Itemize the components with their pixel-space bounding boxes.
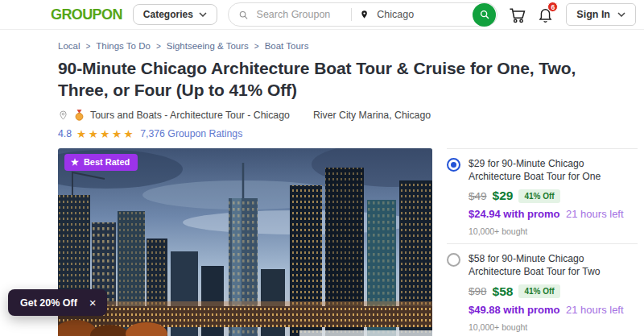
star-icon: ★ <box>71 157 79 168</box>
search-icon <box>238 9 249 21</box>
breadcrumb-separator: > <box>254 42 259 51</box>
deal-hero-image[interactable]: ★ Best Rated <box>58 148 432 336</box>
location-input[interactable] <box>375 8 473 21</box>
medal-icon <box>74 110 85 121</box>
breadcrumb-things-to-do[interactable]: Things To Do <box>96 41 151 51</box>
price-row: $98 $58 41% Off <box>469 284 638 299</box>
deal-option[interactable]: $58 for 90-Minute Chicago Architecture B… <box>447 243 638 336</box>
location-section <box>360 8 473 21</box>
deal-options: $29 for 90-Minute Chicago Architecture B… <box>447 148 638 336</box>
best-rated-badge: ★ Best Rated <box>64 154 138 171</box>
sign-in-button[interactable]: Sign In <box>566 3 636 26</box>
rating-value: 4.8 <box>58 128 72 139</box>
discount-badge: 41% Off <box>518 284 559 298</box>
search-section <box>238 8 351 21</box>
discount-badge: 41% Off <box>518 189 559 203</box>
time-left: 21 hours left <box>566 208 624 220</box>
best-rated-label: Best Rated <box>84 157 130 167</box>
notification-count-badge: 6 <box>547 2 558 12</box>
radio-button[interactable] <box>447 158 460 172</box>
groupon-logo[interactable]: GROUPON <box>51 6 122 23</box>
original-price: $49 <box>469 190 487 202</box>
promo-row: $24.94 with promo 21 hours left <box>469 208 638 220</box>
breadcrumb-boat-tours[interactable]: Boat Tours <box>265 41 309 51</box>
merchant-name[interactable]: Tours and Boats - Architecture Tour - Ch… <box>90 110 290 121</box>
bought-count: 10,000+ bought <box>469 226 638 236</box>
search-divider <box>351 8 352 21</box>
time-left: 21 hours left <box>566 304 624 316</box>
promo-price: $49.88 with promo <box>469 304 559 316</box>
chevron-down-icon <box>617 12 625 17</box>
option-title: $29 for 90-Minute Chicago Architecture B… <box>469 157 638 183</box>
cart-button[interactable] <box>508 6 526 24</box>
close-icon[interactable]: × <box>89 297 97 309</box>
location-pin-outline-icon <box>58 110 68 121</box>
cart-icon <box>508 6 526 24</box>
search-submit-button[interactable] <box>473 3 496 27</box>
chicago-skyline-photo <box>58 148 432 336</box>
option-body: $58 for 90-Minute Chicago Architecture B… <box>469 252 638 331</box>
merchant-row: Tours and Boats - Architecture Tour - Ch… <box>58 110 586 121</box>
breadcrumb-local[interactable]: Local <box>58 41 80 51</box>
venue-name[interactable]: River City Marina, Chicago <box>313 110 431 121</box>
promo-row: $49.88 with promo 21 hours left <box>469 304 638 316</box>
sign-in-label: Sign In <box>576 9 610 20</box>
location-pin-icon <box>360 9 369 20</box>
top-navigation-bar: GROUPON Categories 6 Sign In <box>0 0 644 30</box>
deal-title: 90-Minute Chicago Architecture Boat Tour… <box>58 58 586 102</box>
bought-count: 10,000+ bought <box>469 322 638 332</box>
current-price: $58 <box>493 284 514 299</box>
categories-label: Categories <box>143 9 193 20</box>
search-input[interactable] <box>255 8 352 21</box>
breadcrumb: Local > Things To Do > Sightseeing & Tou… <box>58 41 586 51</box>
ratings-count-link[interactable]: 7,376 Groupon Ratings <box>140 128 242 139</box>
breadcrumb-sightseeing-tours[interactable]: Sightseeing & Tours <box>167 41 249 51</box>
promo-popup-label[interactable]: Get 20% Off <box>20 297 77 309</box>
promo-popup[interactable]: Get 20% Off × <box>8 289 107 316</box>
deal-content: ★ Best Rated $29 for 90-Minute Chicago A… <box>58 148 644 336</box>
categories-button[interactable]: Categories <box>133 4 217 25</box>
notifications-button[interactable]: 6 <box>537 6 554 23</box>
search-bar <box>228 2 497 27</box>
price-row: $49 $29 41% Off <box>469 189 638 203</box>
current-price: $29 <box>493 189 514 203</box>
breadcrumb-separator: > <box>86 42 91 51</box>
rating-row: 4.8 ★★★★★ 7,376 Groupon Ratings <box>58 127 586 140</box>
breadcrumb-separator: > <box>156 42 161 51</box>
deal-option[interactable]: $29 for 90-Minute Chicago Architecture B… <box>447 148 638 243</box>
chevron-down-icon <box>199 12 207 17</box>
option-title: $58 for 90-Minute Chicago Architecture B… <box>469 252 638 278</box>
radio-button[interactable] <box>447 253 460 267</box>
original-price: $98 <box>469 285 487 297</box>
promo-price: $24.94 with promo <box>469 208 559 220</box>
search-submit-icon <box>479 9 490 20</box>
star-rating-icons: ★★★★★ <box>76 127 135 140</box>
option-body: $29 for 90-Minute Chicago Architecture B… <box>469 157 638 236</box>
